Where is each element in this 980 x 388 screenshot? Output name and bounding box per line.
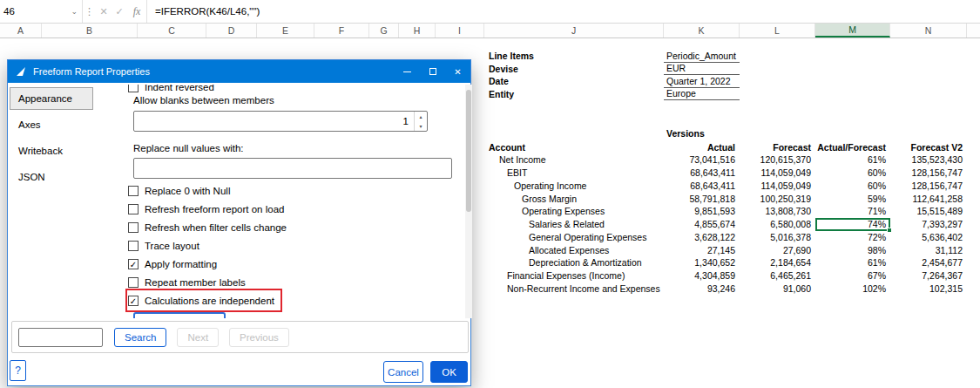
column-header-N[interactable]: N bbox=[890, 24, 967, 37]
search-input[interactable] bbox=[18, 328, 103, 347]
next-button[interactable]: Next bbox=[177, 328, 219, 347]
minimize-button[interactable] bbox=[395, 60, 420, 83]
sidebar-item-axes[interactable]: Axes bbox=[10, 113, 93, 136]
selected-cell[interactable]: 74% bbox=[815, 218, 890, 231]
column-header-B[interactable]: B bbox=[42, 24, 138, 37]
column-header-M[interactable]: M bbox=[815, 24, 890, 37]
checkbox-row[interactable]: Repeat member labels bbox=[128, 273, 251, 291]
value-cell[interactable]: 15,515,489 bbox=[890, 205, 967, 218]
filter-value-cell[interactable]: Quarter 1, 2022 bbox=[664, 75, 740, 88]
chevron-down-icon[interactable]: ⌄ bbox=[71, 7, 82, 16]
ok-button[interactable]: OK bbox=[430, 361, 468, 383]
value-cell[interactable]: 72% bbox=[815, 231, 890, 244]
checkbox[interactable] bbox=[128, 85, 139, 92]
value-cell[interactable]: 100,250,319 bbox=[740, 192, 815, 205]
value-cell[interactable]: 91,060 bbox=[740, 282, 815, 296]
value-cell[interactable]: 6,580,008 bbox=[740, 218, 815, 231]
checkbox-row[interactable]: Trace layout bbox=[128, 236, 205, 255]
maximize-button[interactable] bbox=[420, 60, 445, 83]
checkbox[interactable] bbox=[128, 241, 139, 251]
value-cell[interactable]: 27,145 bbox=[664, 243, 740, 256]
account-cell[interactable]: Depreciation & Amortization bbox=[484, 257, 664, 268]
value-cell[interactable]: 135,523,430 bbox=[890, 153, 967, 167]
account-cell[interactable]: Operating Income bbox=[484, 180, 664, 191]
checkbox[interactable] bbox=[128, 277, 139, 288]
value-cell[interactable]: 73,041,516 bbox=[664, 153, 740, 167]
value-cell[interactable]: 6,465,261 bbox=[740, 269, 815, 282]
filter-value-cell[interactable]: EUR bbox=[664, 63, 740, 76]
column-header-L[interactable]: L bbox=[740, 24, 815, 37]
value-cell[interactable]: 68,643,411 bbox=[664, 180, 740, 193]
confirm-entry-icon[interactable]: ✓ bbox=[112, 6, 127, 17]
sidebar-item-json[interactable]: JSON bbox=[10, 166, 93, 188]
value-cell[interactable]: 61% bbox=[815, 153, 890, 167]
column-header-D[interactable]: D bbox=[206, 24, 257, 37]
value-cell[interactable]: 31,112 bbox=[890, 243, 967, 256]
value-cell[interactable]: 68,643,411 bbox=[664, 167, 740, 180]
checkbox[interactable] bbox=[128, 204, 139, 214]
account-cell[interactable]: EBIT bbox=[484, 167, 664, 178]
column-header-G[interactable]: G bbox=[369, 24, 399, 37]
value-cell[interactable]: 7,393,297 bbox=[890, 218, 967, 231]
value-cell[interactable]: 4,304,859 bbox=[664, 269, 740, 282]
value-cell[interactable]: 1,340,652 bbox=[664, 256, 740, 269]
previous-button[interactable]: Previous bbox=[229, 328, 289, 347]
account-cell[interactable]: Operating Expenses bbox=[484, 206, 664, 216]
checkbox[interactable] bbox=[128, 186, 139, 196]
column-header-E[interactable]: E bbox=[257, 24, 314, 37]
account-cell[interactable]: Non-Recurrent Income and Expenses bbox=[484, 283, 664, 294]
filter-value-cell[interactable]: Europe bbox=[664, 88, 740, 101]
column-header-I[interactable]: I bbox=[436, 24, 484, 37]
value-cell[interactable]: 4,855,674 bbox=[664, 218, 740, 231]
value-cell[interactable]: 58,791,818 bbox=[664, 192, 740, 205]
cancel-button[interactable]: Cancel bbox=[383, 361, 423, 383]
value-cell[interactable]: 114,059,049 bbox=[740, 180, 815, 193]
checkbox-row[interactable]: Replace 0 with Null bbox=[128, 181, 235, 200]
value-cell[interactable]: 2,454,677 bbox=[890, 256, 967, 269]
search-button[interactable]: Search bbox=[114, 328, 166, 347]
account-cell[interactable]: Gross Margin bbox=[484, 194, 664, 204]
value-cell[interactable]: 2,184,654 bbox=[740, 256, 815, 269]
checkbox-row[interactable]: Refresh freeform report on load bbox=[128, 200, 289, 218]
account-cell[interactable]: Salaries & Related bbox=[484, 219, 664, 229]
value-cell[interactable]: 128,156,747 bbox=[890, 180, 967, 193]
scrollbar-thumb[interactable] bbox=[466, 90, 471, 212]
help-button[interactable]: ? bbox=[10, 360, 26, 381]
sidebar-item-writeback[interactable]: Writeback bbox=[10, 140, 93, 162]
value-cell[interactable]: 114,059,049 bbox=[740, 167, 815, 180]
checkbox[interactable] bbox=[128, 222, 139, 233]
value-cell[interactable]: 120,615,370 bbox=[740, 153, 815, 167]
value-cell[interactable]: 98% bbox=[815, 243, 890, 256]
value-cell[interactable]: 27,690 bbox=[740, 243, 815, 256]
filter-value-cell[interactable]: Periodic_Amount bbox=[664, 50, 740, 63]
column-header-J[interactable]: J bbox=[484, 24, 664, 37]
value-cell[interactable]: 93,246 bbox=[664, 282, 740, 296]
sidebar-item-appearance[interactable]: Appearance bbox=[10, 87, 93, 110]
formula-text[interactable]: =IFERROR(K46/L46,"") bbox=[147, 6, 260, 17]
checkbox-checked[interactable]: ✓ bbox=[128, 259, 139, 269]
value-cell[interactable]: 102% bbox=[815, 282, 890, 296]
value-cell[interactable]: 5,016,378 bbox=[740, 231, 815, 244]
value-cell[interactable]: 60% bbox=[815, 167, 890, 180]
value-cell[interactable]: 61% bbox=[815, 256, 890, 269]
account-cell[interactable]: General Operating Expenses bbox=[484, 232, 664, 242]
value-cell[interactable]: 3,628,122 bbox=[664, 231, 740, 244]
stepper-up-icon[interactable]: ▴ bbox=[415, 112, 427, 121]
value-cell[interactable]: 9,851,593 bbox=[664, 205, 740, 218]
account-cell[interactable]: Allocated Expenses bbox=[484, 245, 664, 255]
column-header-F[interactable]: F bbox=[314, 24, 369, 37]
name-box[interactable]: 46 ⌄ bbox=[0, 0, 82, 23]
content-scrollbar[interactable] bbox=[465, 85, 472, 318]
close-button[interactable]: ✕ bbox=[445, 60, 470, 83]
insert-function-icon[interactable]: fx bbox=[127, 5, 146, 18]
column-header-C[interactable]: C bbox=[138, 24, 206, 37]
value-cell[interactable]: 5,636,402 bbox=[890, 231, 967, 244]
replace-null-input[interactable] bbox=[133, 158, 452, 179]
value-cell[interactable]: 67% bbox=[815, 269, 890, 282]
value-cell[interactable]: 128,156,747 bbox=[890, 167, 967, 180]
account-cell[interactable]: Net Income bbox=[484, 154, 664, 165]
column-header-A[interactable]: A bbox=[0, 24, 42, 37]
allow-blanks-stepper[interactable]: 1 ▴ ▾ bbox=[133, 111, 428, 132]
kebab-menu-icon[interactable]: ⋮ bbox=[83, 6, 96, 17]
value-cell[interactable]: 60% bbox=[815, 180, 890, 193]
